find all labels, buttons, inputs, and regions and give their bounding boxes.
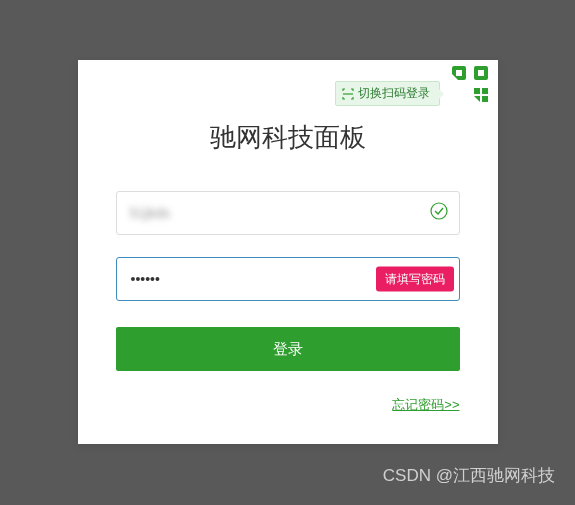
password-error-badge: 请填写密码 (376, 267, 454, 292)
login-button[interactable]: 登录 (116, 327, 460, 371)
svg-rect-2 (474, 66, 488, 80)
svg-rect-3 (478, 70, 484, 76)
svg-rect-4 (452, 88, 466, 102)
scan-icon (342, 88, 354, 100)
svg-rect-7 (482, 88, 488, 94)
svg-rect-6 (474, 88, 480, 94)
checkmark-icon (430, 202, 448, 224)
qr-code-switch-corner[interactable] (438, 60, 498, 120)
qr-code-icon (452, 66, 492, 106)
forgot-row: 忘记密码>> (116, 395, 460, 414)
svg-rect-1 (456, 70, 462, 76)
forgot-password-link[interactable]: 忘记密码>> (392, 397, 459, 412)
password-field-wrapper: 请填写密码 (116, 257, 460, 301)
page-title: 驰网科技面板 (116, 120, 460, 155)
svg-rect-9 (482, 96, 488, 102)
watermark-text: CSDN @江西驰网科技 (383, 464, 555, 487)
switch-scan-login-tip[interactable]: 切换扫码登录 (335, 81, 440, 106)
username-field-wrapper: 51jkds (116, 191, 460, 235)
svg-rect-8 (474, 96, 480, 102)
svg-point-11 (431, 203, 447, 219)
username-input[interactable] (116, 191, 460, 235)
svg-rect-0 (452, 66, 466, 80)
login-panel: 切换扫码登录 驰网科技面板 51jkds 请填写密码 登录 忘记密码>> (78, 60, 498, 444)
svg-rect-5 (456, 92, 462, 98)
switch-tip-label: 切换扫码登录 (358, 85, 430, 102)
